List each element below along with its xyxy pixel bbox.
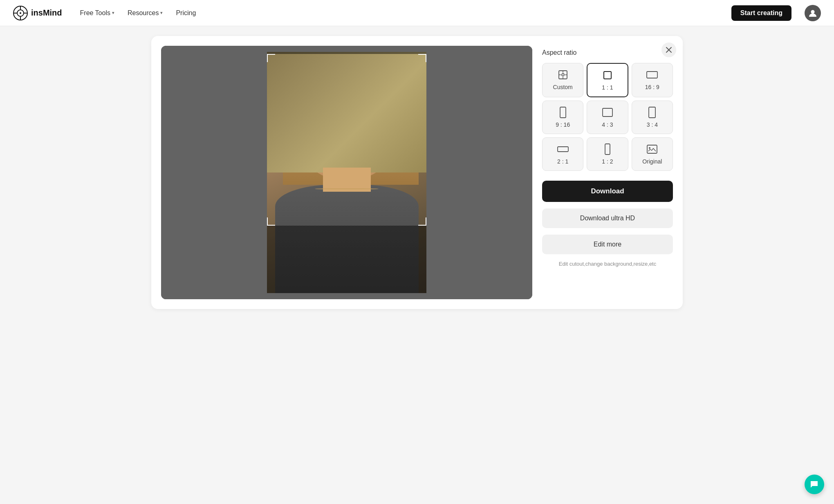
ratio-1-1-button[interactable]: 1 : 1 — [587, 63, 628, 97]
svg-rect-18 — [560, 107, 566, 118]
logo-text: insMind — [31, 8, 62, 18]
ratio-1-2-button[interactable]: 1 : 2 — [587, 137, 628, 171]
ratio-4-3-label: 4 : 3 — [602, 121, 613, 128]
photo-container — [267, 52, 426, 293]
photo-subject — [267, 52, 426, 293]
svg-rect-23 — [647, 145, 657, 153]
chat-bubble-button[interactable] — [805, 475, 824, 494]
close-button[interactable] — [661, 43, 676, 57]
edit-hint: Edit cutout,change background,resize,etc — [542, 261, 673, 267]
editor-card: Aspect ratio Custo — [151, 36, 683, 309]
svg-point-7 — [811, 10, 815, 13]
ratio-1-1-icon — [602, 69, 613, 81]
chevron-down-icon: ▾ — [112, 10, 114, 16]
svg-rect-16 — [604, 72, 611, 79]
svg-rect-22 — [605, 144, 610, 155]
ratio-2-1-button[interactable]: 2 : 1 — [542, 137, 583, 171]
ratio-grid: Custom 1 : 1 — [542, 63, 673, 171]
ratio-1-2-label: 1 : 2 — [602, 158, 613, 165]
main-content: Aspect ratio Custo — [0, 26, 834, 319]
custom-ratio-icon — [557, 69, 569, 81]
ratio-2-1-icon — [557, 143, 569, 155]
close-icon — [666, 47, 672, 53]
svg-rect-19 — [603, 108, 612, 116]
ratio-original-icon — [646, 143, 658, 155]
download-hd-button[interactable]: Download ultra HD — [542, 208, 673, 228]
ratio-16-9-icon — [646, 69, 658, 81]
svg-point-2 — [20, 12, 21, 14]
user-icon — [808, 9, 817, 18]
download-button[interactable]: Download — [542, 181, 673, 202]
svg-rect-21 — [558, 147, 568, 152]
svg-point-11 — [562, 74, 564, 76]
ratio-9-16-icon — [557, 107, 569, 118]
svg-rect-20 — [649, 107, 655, 118]
nav-resources[interactable]: Resources ▾ — [123, 6, 168, 20]
ratio-4-3-button[interactable]: 4 : 3 — [587, 101, 628, 134]
aspect-ratio-label: Aspect ratio — [542, 49, 673, 56]
nav-free-tools[interactable]: Free Tools ▾ — [75, 6, 119, 20]
chat-icon — [809, 479, 819, 489]
sidebar: Aspect ratio Custo — [542, 46, 673, 299]
ratio-3-4-label: 3 : 4 — [647, 121, 658, 128]
ratio-9-16-button[interactable]: 9 : 16 — [542, 101, 583, 134]
ratio-custom-button[interactable]: Custom — [542, 63, 583, 97]
navbar: insMind Free Tools ▾ Resources ▾ Pricing… — [0, 0, 834, 26]
image-area — [161, 46, 532, 299]
logo-icon — [13, 6, 28, 20]
ratio-1-2-icon — [602, 143, 613, 155]
ratio-2-1-label: 2 : 1 — [557, 158, 568, 165]
start-creating-button[interactable]: Start creating — [731, 5, 791, 21]
ratio-custom-label: Custom — [553, 84, 573, 90]
ratio-1-1-label: 1 : 1 — [602, 84, 613, 91]
ratio-16-9-button[interactable]: 16 : 9 — [632, 63, 673, 97]
ratio-3-4-icon — [646, 107, 658, 118]
ratio-original-button[interactable]: Original — [632, 137, 673, 171]
ratio-16-9-label: 16 : 9 — [645, 84, 659, 90]
svg-rect-17 — [647, 72, 657, 78]
logo[interactable]: insMind — [13, 6, 62, 20]
edit-more-button[interactable]: Edit more — [542, 235, 673, 254]
svg-point-24 — [649, 147, 650, 149]
chevron-down-icon: ▾ — [160, 10, 163, 16]
user-avatar-button[interactable] — [805, 5, 821, 21]
ratio-4-3-icon — [602, 107, 613, 118]
nav-pricing[interactable]: Pricing — [171, 6, 201, 20]
nav-links: Free Tools ▾ Resources ▾ Pricing — [75, 6, 390, 20]
ratio-9-16-label: 9 : 16 — [556, 121, 570, 128]
ratio-original-label: Original — [642, 158, 662, 165]
ratio-3-4-button[interactable]: 3 : 4 — [632, 101, 673, 134]
